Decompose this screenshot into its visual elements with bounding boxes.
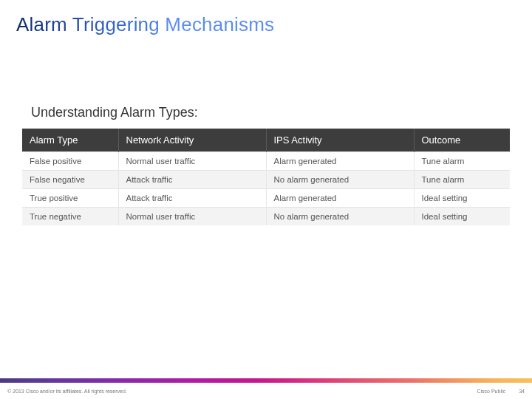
table-cell: False positive [22, 152, 118, 171]
table-cell: Alarm generated [266, 152, 414, 171]
table-cell: No alarm generated [266, 171, 414, 189]
table-header-cell: IPS Activity [266, 129, 414, 152]
table-header-cell: Outcome [414, 129, 510, 152]
page-number: 34 [514, 389, 525, 394]
table-cell: True negative [22, 208, 118, 226]
table-row: True negative Normal user traffic No ala… [22, 208, 510, 226]
table-cell: True positive [22, 189, 118, 208]
footer: © 2013 Cisco and/or its affiliates. All … [0, 383, 532, 399]
table-header-cell: Alarm Type [22, 129, 118, 152]
slide: Alarm Triggering Mechanisms Understandin… [0, 0, 532, 399]
table-cell: Attack traffic [118, 189, 266, 208]
table-header-cell: Network Activity [118, 129, 266, 152]
table-cell: Normal user traffic [118, 208, 266, 226]
table-cell: Normal user traffic [118, 152, 266, 171]
slide-title: Alarm Triggering Mechanisms [16, 13, 274, 36]
table-cell: Tune alarm [414, 152, 510, 171]
footer-right: Cisco Public 34 [477, 389, 525, 394]
footer-copyright: © 2013 Cisco and/or its affiliates. All … [7, 389, 127, 394]
slide-subtitle: Understanding Alarm Types: [31, 105, 198, 120]
footer-classification: Cisco Public [477, 389, 505, 394]
table-cell: No alarm generated [266, 208, 414, 226]
table-row: False positive Normal user traffic Alarm… [22, 152, 510, 171]
table-cell: False negative [22, 171, 118, 189]
table-cell: Tune alarm [414, 171, 510, 189]
table-cell: Ideal setting [414, 189, 510, 208]
table-cell: Alarm generated [266, 189, 414, 208]
table-row: True positive Attack traffic Alarm gener… [22, 189, 510, 208]
slide-title-text: Alarm Triggering Mechanisms [16, 13, 274, 35]
table-cell: Attack traffic [118, 171, 266, 189]
table-header-row: Alarm Type Network Activity IPS Activity… [22, 129, 510, 152]
table-cell: Ideal setting [414, 208, 510, 226]
table-row: False negative Attack traffic No alarm g… [22, 171, 510, 189]
alarm-types-table: Alarm Type Network Activity IPS Activity… [22, 129, 510, 225]
